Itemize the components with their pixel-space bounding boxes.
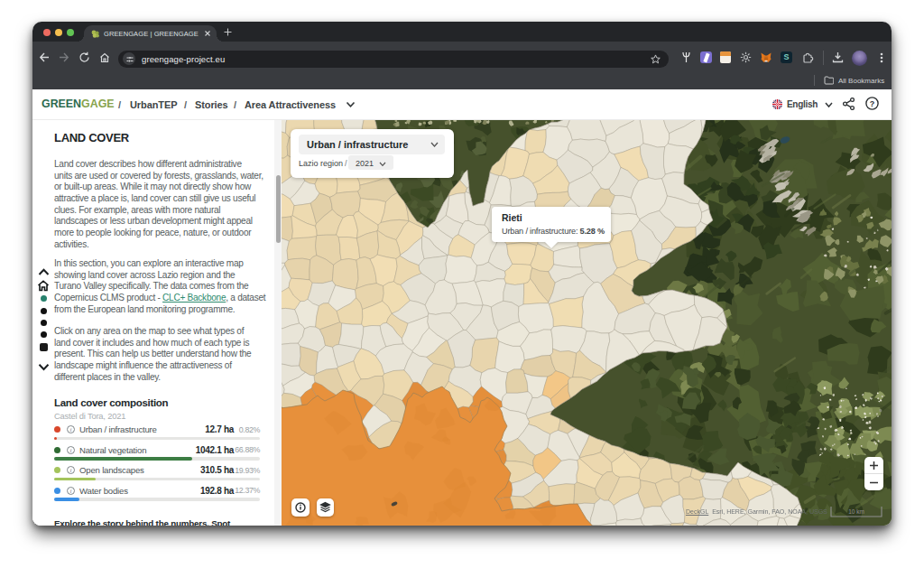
svg-text:10 km: 10 km <box>848 508 864 515</box>
svg-text:?: ? <box>870 99 875 108</box>
